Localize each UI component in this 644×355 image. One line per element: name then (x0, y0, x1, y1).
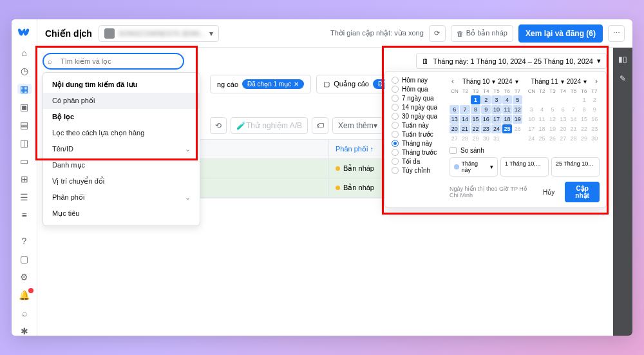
calendar-day[interactable]: 22 (579, 124, 589, 133)
calendar-day[interactable]: 21 (569, 124, 578, 133)
preset-this-week[interactable]: Tuần này (392, 122, 444, 129)
selected-count-pill[interactable]: Đã chọn 1 mục ✕ (242, 79, 304, 89)
cancel-button[interactable]: Hủy (536, 186, 561, 199)
filter-item-delivery[interactable]: Phân phối⌄ (43, 189, 200, 206)
calendar-day[interactable]: 2 (590, 95, 600, 104)
calendar-day[interactable]: 21 (460, 124, 469, 133)
close-icon[interactable]: ✕ (294, 81, 299, 88)
tag-button[interactable]: 🏷 (312, 117, 328, 134)
calendar-day[interactable]: 18 (502, 115, 512, 124)
ads-icon[interactable]: ▣ (17, 102, 32, 112)
filter-item-selection[interactable]: Lọc theo cách lựa chọn hàng (43, 125, 200, 141)
calendar-day[interactable]: 8 (471, 105, 480, 114)
meta-logo-icon[interactable] (17, 26, 32, 40)
update-button[interactable]: Cập nhật (565, 182, 600, 202)
calendar-day[interactable]: 27 (450, 134, 459, 143)
calendar-day[interactable]: 13 (558, 115, 568, 124)
preset-custom[interactable]: Tùy chỉnh (392, 167, 444, 174)
calendar-day[interactable]: 29 (579, 134, 589, 143)
filter-item-location[interactable]: Vị trí chuyển đổi (43, 173, 200, 189)
calendar-day[interactable]: 30 (590, 134, 600, 143)
prev-month-button[interactable]: ‹ (450, 77, 456, 86)
settings-people-icon[interactable]: ☰ (17, 192, 32, 202)
search-filter-input[interactable] (43, 53, 184, 70)
bug-icon[interactable]: ✱ (17, 326, 32, 336)
calendar-day[interactable]: 6 (450, 105, 459, 114)
reporting-icon[interactable]: ▤ (17, 120, 32, 130)
pages-icon[interactable]: ▢ (17, 254, 32, 264)
search-icon[interactable]: ⌕ (17, 308, 32, 318)
calendar-day[interactable]: 16 (481, 115, 491, 124)
calendar-day[interactable]: 18 (537, 124, 547, 133)
calendar-day[interactable]: 14 (460, 115, 469, 124)
calendar-day[interactable]: 6 (558, 105, 568, 114)
calendar-day[interactable]: 13 (450, 115, 459, 124)
calendar-day[interactable]: 28 (569, 134, 578, 143)
dashboard-icon[interactable]: ◷ (17, 66, 32, 76)
calendar-day[interactable]: 15 (471, 115, 480, 124)
calendar-day[interactable]: 31 (491, 134, 501, 143)
calendar-day[interactable]: 3 (527, 105, 536, 114)
calendar-day[interactable]: 5 (513, 95, 522, 104)
calendar-day[interactable]: 20 (558, 124, 568, 133)
calendar-day[interactable]: 9 (481, 105, 491, 114)
calendar-day[interactable]: 19 (513, 115, 522, 124)
more-dropdown[interactable]: Xem thêm ▾ (332, 117, 383, 134)
preset-7days[interactable]: 7 ngày qua (392, 95, 444, 102)
calendar-day[interactable]: 4 (537, 105, 547, 114)
filter-item-name-id[interactable]: Tên/ID⌄ (43, 141, 200, 157)
events-icon[interactable]: ⊞ (17, 174, 32, 184)
calendar-day[interactable]: 30 (481, 134, 491, 143)
calendar-day[interactable]: 1 (471, 95, 480, 104)
menu-icon[interactable]: ≡ (17, 210, 32, 220)
calendar-day[interactable]: 23 (481, 124, 491, 133)
calendar-day[interactable]: 24 (491, 124, 501, 133)
more-menu-button[interactable]: ⋯ (608, 25, 625, 42)
gear-icon[interactable]: ⚙ (17, 272, 32, 282)
calendar-day[interactable]: 28 (460, 134, 469, 143)
campaigns-icon[interactable]: ▦ (17, 84, 32, 94)
calendar-day[interactable]: 11 (537, 115, 547, 124)
calendar-day[interactable]: 17 (491, 115, 501, 124)
calendar-day[interactable]: 1 (579, 95, 589, 104)
calendar-day[interactable]: 15 (579, 115, 589, 124)
month2-select[interactable]: Tháng 11▾ 2024▾ (525, 77, 594, 86)
calendar-day[interactable]: 7 (569, 105, 578, 114)
calendar-day[interactable]: 26 (513, 124, 522, 133)
calendar-day[interactable]: 27 (558, 134, 568, 143)
preset-14days[interactable]: 14 ngày qua (392, 104, 444, 111)
calendar-day[interactable]: 24 (527, 134, 536, 143)
calendar-day[interactable]: 9 (590, 105, 600, 114)
preset-30days[interactable]: 30 ngày qua (392, 113, 444, 120)
calendar-day[interactable]: 26 (547, 134, 557, 143)
help-icon[interactable]: ? (17, 236, 32, 246)
calendar-day[interactable]: 22 (471, 124, 480, 133)
preset-last-month[interactable]: Tháng trước (392, 149, 444, 156)
review-publish-button[interactable]: Xem lại và đăng (6) (518, 24, 603, 43)
refresh-button[interactable]: ⟳ (429, 25, 446, 42)
date-to-input[interactable]: 25 Tháng 10... (551, 157, 600, 177)
filter-item-category[interactable]: Danh mục (43, 157, 200, 173)
calendar-day[interactable]: 23 (590, 124, 600, 133)
calendar-day[interactable]: 12 (547, 115, 557, 124)
calendar-day[interactable]: 25 (537, 134, 547, 143)
notifications-icon[interactable]: 🔔 (17, 290, 32, 300)
ab-test-button[interactable]: 🧪 Thử nghiệm A/B (231, 117, 308, 134)
calendar-day[interactable]: 12 (513, 105, 522, 114)
next-month-button[interactable]: › (593, 77, 600, 86)
calendar-day[interactable]: 5 (547, 105, 557, 114)
preset-this-month[interactable]: Tháng này (392, 140, 444, 147)
date-from-input[interactable]: 1 Tháng 10,... (500, 157, 549, 177)
calendar-day[interactable]: 16 (590, 115, 600, 124)
preset-yesterday[interactable]: Hôm qua (392, 86, 444, 93)
preset-today[interactable]: Hôm nay (392, 77, 444, 84)
calendar-day[interactable]: 11 (502, 105, 512, 114)
calendar-day[interactable]: 10 (491, 105, 501, 114)
calendar-day[interactable]: 20 (450, 124, 459, 133)
calendar-day[interactable]: 14 (569, 115, 578, 124)
undo-button[interactable]: ⟲ (210, 117, 227, 134)
column-delivery[interactable]: Phân phối ↑ (329, 140, 387, 158)
compare-checkbox[interactable] (450, 147, 457, 154)
calendar-day[interactable]: 10 (527, 115, 536, 124)
period-select[interactable]: Tháng này ▾ (450, 157, 498, 177)
